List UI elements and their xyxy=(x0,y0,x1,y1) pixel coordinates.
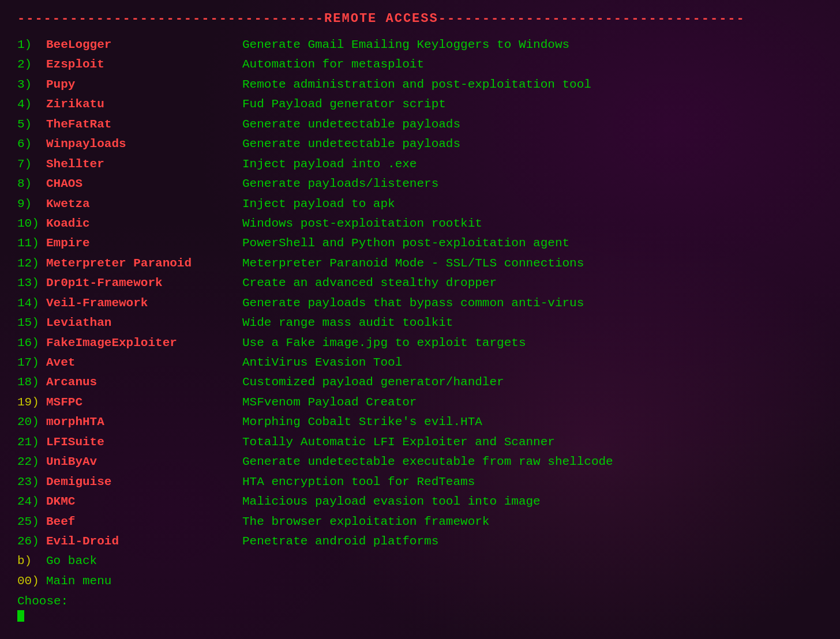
item-name: LFISuite xyxy=(46,434,242,451)
terminal: -----------------------------------REMOT… xyxy=(17,12,823,625)
item-desc: Windows post-exploitation rootkit xyxy=(242,215,482,232)
nav-container: b)Go back00)Main menu xyxy=(17,552,823,590)
item-name: Avet xyxy=(46,354,242,371)
cursor-block xyxy=(17,608,823,625)
list-item[interactable]: 21)LFISuiteTotally Automatic LFI Exploit… xyxy=(17,434,823,451)
item-number: 22) xyxy=(17,453,46,471)
item-number: 8) xyxy=(17,175,46,193)
item-name: TheFatRat xyxy=(46,116,242,133)
item-desc: AntiVirus Evasion Tool xyxy=(242,354,402,371)
item-desc: Remote administration and post-exploitat… xyxy=(242,76,591,93)
item-name: Arcanus xyxy=(46,374,242,391)
item-name: Koadic xyxy=(46,215,242,232)
list-item[interactable]: 15)LeviathanWide range mass audit toolki… xyxy=(17,314,823,332)
nav-item[interactable]: b)Go back xyxy=(17,552,823,570)
item-desc: Inject payload into .exe xyxy=(242,156,417,173)
item-number: 2) xyxy=(17,56,46,73)
list-item[interactable]: 20)morphHTAMorphing Cobalt Strike's evil… xyxy=(17,414,823,431)
item-number: 10) xyxy=(17,215,46,232)
item-number: 26) xyxy=(17,533,46,550)
list-item[interactable]: 12)Meterpreter ParanoidMeterpreter Paran… xyxy=(17,255,823,272)
item-number: 11) xyxy=(17,235,46,252)
list-item[interactable]: 3)PupyRemote administration and post-exp… xyxy=(17,76,823,93)
item-number: 23) xyxy=(17,473,46,491)
item-name: BeeLogger xyxy=(46,36,242,54)
item-name: Meterpreter Paranoid xyxy=(46,255,242,272)
list-item[interactable]: 16)FakeImageExploiterUse a Fake image.jp… xyxy=(17,334,823,352)
item-desc: Generate undetectable executable from ra… xyxy=(242,453,613,471)
item-desc: Totally Automatic LFI Exploiter and Scan… xyxy=(242,434,555,451)
item-desc: Use a Fake image.jpg to exploit targets xyxy=(242,334,526,352)
choose-label: Choose: xyxy=(17,595,68,608)
item-desc: Wide range mass audit toolkit xyxy=(242,314,453,332)
list-item[interactable]: 22)UniByAvGenerate undetectable executab… xyxy=(17,453,823,471)
list-item[interactable]: 17)AvetAntiVirus Evasion Tool xyxy=(17,354,823,371)
item-desc: Create an advanced stealthy dropper xyxy=(242,275,497,292)
list-item[interactable]: 2)EzsploitAutomation for metasploit xyxy=(17,56,823,73)
list-item[interactable]: 8)CHAOSGenerate payloads/listeners xyxy=(17,175,823,193)
item-desc: Generate undetectable payloads xyxy=(242,136,460,153)
list-item[interactable]: 25)BeefThe browser exploitation framewor… xyxy=(17,513,823,531)
nav-label: Main menu xyxy=(46,573,111,590)
item-desc: Generate payloads/listeners xyxy=(242,175,438,193)
item-name: Beef xyxy=(46,513,242,531)
item-number: 25) xyxy=(17,513,46,531)
list-item[interactable]: 10)KoadicWindows post-exploitation rootk… xyxy=(17,215,823,232)
item-number: 4) xyxy=(17,96,46,113)
item-desc: Fud Payload generator script xyxy=(242,96,446,113)
item-number: 18) xyxy=(17,374,46,391)
list-item[interactable]: 4)ZirikatuFud Payload generator script xyxy=(17,96,823,113)
item-number: 20) xyxy=(17,414,46,431)
list-item[interactable]: 23)Demiguise HTA encryption tool for Red… xyxy=(17,473,823,491)
list-item[interactable]: 24)DKMC Malicious payload evasion tool i… xyxy=(17,493,823,510)
item-number: 13) xyxy=(17,275,46,292)
item-name: Demiguise xyxy=(46,473,242,491)
item-number: 19) xyxy=(17,394,46,411)
list-item[interactable]: 26)Evil-Droid Penetrate android platform… xyxy=(17,533,823,550)
item-name: Veil-Framework xyxy=(46,295,242,312)
list-item[interactable]: 11)EmpirePowerShell and Python post-expl… xyxy=(17,235,823,252)
item-name: FakeImageExploiter xyxy=(46,334,242,352)
item-desc: Automation for metasploit xyxy=(242,56,424,73)
item-number: 6) xyxy=(17,136,46,153)
nav-key: 00) xyxy=(17,573,46,590)
item-desc: PowerShell and Python post-exploitation … xyxy=(242,235,569,252)
item-name: Pupy xyxy=(46,76,242,93)
item-desc: Generate undetectable payloads xyxy=(242,116,460,133)
item-desc: The browser exploitation framework xyxy=(242,513,489,531)
item-name: Winpayloads xyxy=(46,136,242,153)
item-number: 14) xyxy=(17,295,46,312)
choose-line: Choose: xyxy=(17,595,823,608)
list-item[interactable]: 18)ArcanusCustomized payload generator/h… xyxy=(17,374,823,391)
item-number: 3) xyxy=(17,76,46,93)
item-desc: Generate payloads that bypass common ant… xyxy=(242,295,584,312)
list-item[interactable]: 13)Dr0p1t-FrameworkCreate an advanced st… xyxy=(17,275,823,292)
item-desc: Inject payload to apk xyxy=(242,196,395,213)
item-desc: Generate Gmail Emailing Keyloggers to Wi… xyxy=(242,36,569,54)
item-name: morphHTA xyxy=(46,414,242,431)
item-number: 24) xyxy=(17,493,46,510)
item-number: 9) xyxy=(17,196,46,213)
list-item[interactable]: 14)Veil-FrameworkGenerate payloads that … xyxy=(17,295,823,312)
item-number: 7) xyxy=(17,156,46,173)
cursor xyxy=(17,610,24,622)
nav-key: b) xyxy=(17,552,46,570)
list-item[interactable]: 1)BeeLoggerGenerate Gmail Emailing Keylo… xyxy=(17,36,823,54)
list-item[interactable]: 9)KwetzaInject payload to apk xyxy=(17,196,823,213)
nav-label: Go back xyxy=(46,552,97,570)
item-desc: Customized payload generator/handler xyxy=(242,374,504,391)
item-name: MSFPC xyxy=(46,394,242,411)
item-name: Zirikatu xyxy=(46,96,242,113)
nav-item[interactable]: 00)Main menu xyxy=(17,573,823,590)
item-desc: MSFvenom Payload Creator xyxy=(242,394,417,411)
list-item[interactable]: 19)MSFPCMSFvenom Payload Creator xyxy=(17,394,823,411)
item-name: Evil-Droid xyxy=(46,533,242,550)
list-item[interactable]: 5)TheFatRatGenerate undetectable payload… xyxy=(17,116,823,133)
item-name: Kwetza xyxy=(46,196,242,213)
item-number: 12) xyxy=(17,255,46,272)
item-number: 16) xyxy=(17,334,46,352)
item-desc: Malicious payload evasion tool into imag… xyxy=(242,493,541,510)
item-number: 21) xyxy=(17,434,46,451)
list-item[interactable]: 7)ShellterInject payload into .exe xyxy=(17,156,823,173)
list-item[interactable]: 6)WinpayloadsGenerate undetectable paylo… xyxy=(17,136,823,153)
